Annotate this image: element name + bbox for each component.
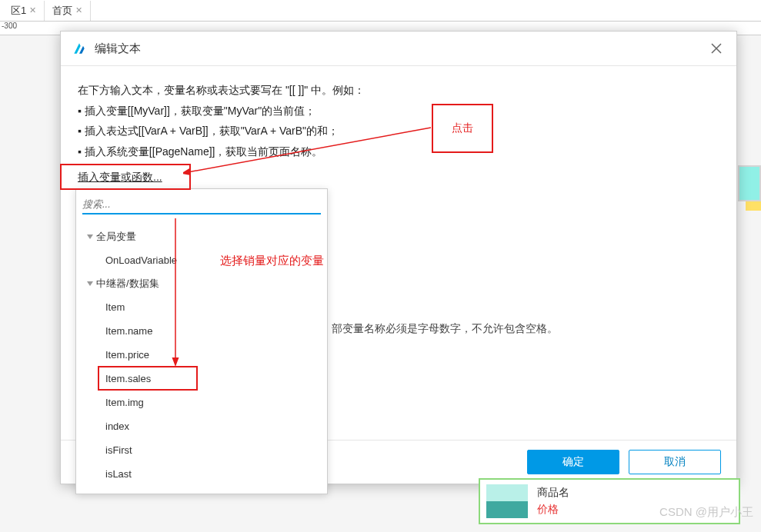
tab-item[interactable]: 区1 ✕ [3, 1, 45, 21]
instruction-line: ▪ 插入表达式[[VarA + VarB]]，获取"VarA + VarB"的和… [78, 121, 719, 141]
search-input[interactable] [82, 195, 321, 214]
chevron-down-icon [87, 281, 93, 286]
instructions: 在下方输入文本，变量名称或表达式要写在 "[[ ]]" 中。例如： ▪ 插入变量… [78, 80, 719, 161]
product-price: 价格 [537, 503, 569, 517]
variable-dropdown: 全局变量 OnLoadVariable 中继器/数据集 Item Item.na… [75, 188, 328, 494]
category-label: 中继器/数据集 [96, 277, 159, 291]
variable-item[interactable]: OnLoadVariable [76, 248, 327, 272]
canvas-shape [738, 165, 761, 201]
variable-item[interactable]: Item [76, 295, 327, 319]
dialog-header: 编辑文本 [61, 32, 736, 66]
category-repeater[interactable]: 中继器/数据集 [76, 272, 327, 295]
variable-item[interactable]: index [76, 414, 327, 438]
search-row [76, 189, 327, 221]
canvas-shape [746, 201, 761, 211]
tab-bar: 区1 ✕ 首页 ✕ [0, 0, 761, 22]
close-button[interactable] [707, 39, 726, 58]
category-label: 全局变量 [96, 230, 136, 244]
tab-label: 区1 [11, 4, 26, 18]
cancel-button[interactable]: 取消 [629, 450, 721, 474]
insert-variable-link[interactable]: 插入变量或函数... [78, 169, 162, 186]
axure-logo-icon [72, 41, 87, 56]
image-placeholder-icon [486, 484, 528, 518]
chevron-down-icon [87, 234, 93, 239]
ruler-mark: -300 [2, 22, 17, 30]
variable-item[interactable]: Item.price [76, 343, 327, 367]
close-icon [711, 43, 722, 54]
variable-item[interactable]: Item.name [76, 319, 327, 343]
close-icon[interactable]: ✕ [75, 5, 82, 15]
variable-list: 全局变量 OnLoadVariable 中继器/数据集 Item Item.na… [76, 221, 327, 494]
instruction-line: ▪ 插入系统变量[[PageName]]，获取当前页面名称。 [78, 141, 719, 162]
category-global[interactable]: 全局变量 [76, 225, 327, 248]
variable-item[interactable]: isFirst [76, 438, 327, 462]
watermark: CSDN @用户小王 [659, 505, 753, 520]
variable-item-sales[interactable]: Item.sales [76, 367, 327, 391]
instruction-line: ▪ 插入变量[[MyVar]]，获取变量"MyVar"的当前值； [78, 101, 719, 121]
dialog-title: 编辑文本 [95, 42, 141, 56]
tab-item[interactable]: 首页 ✕ [45, 1, 91, 21]
instruction-line: 在下方输入文本，变量名称或表达式要写在 "[[ ]]" 中。例如： [78, 80, 719, 101]
variable-item[interactable]: Item.img [76, 391, 327, 414]
product-title: 商品名 [537, 486, 569, 500]
tab-label: 首页 [52, 4, 72, 18]
ok-button[interactable]: 确定 [527, 450, 619, 474]
close-icon[interactable]: ✕ [29, 5, 36, 15]
naming-hint: 部变量名称必须是字母数字，不允许包含空格。 [332, 322, 558, 336]
variable-item[interactable]: isLast [76, 462, 327, 486]
